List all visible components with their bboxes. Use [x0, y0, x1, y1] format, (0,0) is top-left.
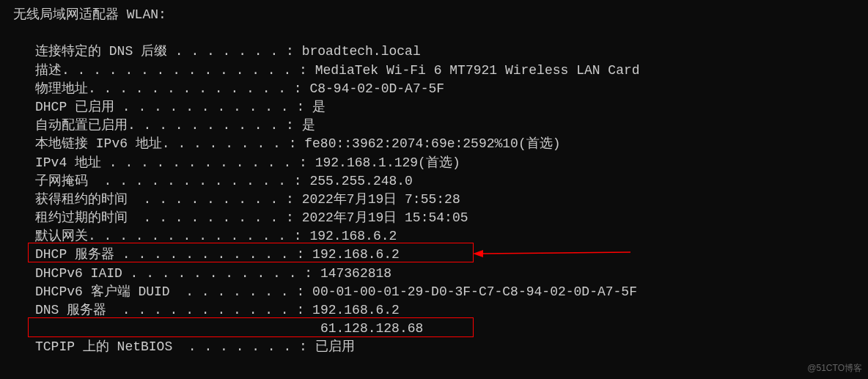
- label: 默认网关. . . . . . . . . . . . . :: [35, 229, 302, 243]
- blank-line: [0, 24, 868, 43]
- label: 子网掩码 . . . . . . . . . . . . :: [35, 174, 302, 188]
- row-default-gateway: 默认网关. . . . . . . . . . . . . : 192.168.…: [0, 227, 868, 246]
- value: 147362818: [320, 266, 391, 281]
- row-netbios: TCPIP 上的 NetBIOS . . . . . . . : 已启用: [0, 338, 868, 356]
- value: 192.168.6.2: [312, 247, 400, 262]
- row-dhcpv6-iaid: DHCPv6 IAID . . . . . . . . . . . : 1473…: [0, 265, 868, 283]
- label: 物理地址. . . . . . . . . . . . . :: [35, 81, 302, 96]
- value: 是: [312, 100, 326, 114]
- label: 自动配置已启用. . . . . . . . . . :: [35, 118, 294, 133]
- value: 已启用: [315, 339, 355, 354]
- row-ipv6-local: 本地链接 IPv6 地址. . . . . . . . : fe80::3962…: [0, 135, 868, 153]
- row-lease-expires: 租约过期的时间 . . . . . . . . . : 2022年7月19日 1…: [0, 209, 868, 227]
- row-dhcpv6-duid: DHCPv6 客户端 DUID . . . . . . . : 00-01-00…: [0, 283, 868, 301]
- value: 61.128.128.68: [320, 321, 423, 336]
- watermark-text: @51CTO博客: [807, 363, 862, 373]
- adapter-header: 无线局域网适配器 WLAN:: [0, 6, 868, 24]
- value: 192.168.6.2: [312, 303, 400, 317]
- label: 获得租约的时间 . . . . . . . . . :: [35, 192, 294, 207]
- value: 192.168.1.129(首选): [315, 155, 460, 170]
- value: 2022年7月19日 7:55:28: [302, 192, 460, 207]
- label: DHCP 服务器 . . . . . . . . . . . :: [35, 247, 304, 262]
- value: 是: [302, 118, 315, 133]
- label: [35, 321, 312, 336]
- value: 192.168.6.2: [309, 229, 397, 243]
- row-dns-server: DNS 服务器 . . . . . . . . . . . : 192.168.…: [0, 301, 868, 320]
- label: DHCPv6 IAID . . . . . . . . . . . :: [35, 266, 312, 281]
- label: 连接特定的 DNS 后缀 . . . . . . . :: [35, 44, 294, 59]
- label: 租约过期的时间 . . . . . . . . . :: [35, 210, 294, 225]
- value: fe80::3962:2074:69e:2592%10(首选): [304, 136, 560, 151]
- row-subnet: 子网掩码 . . . . . . . . . . . . : 255.255.2…: [0, 172, 868, 191]
- row-description: 描述. . . . . . . . . . . . . . . : MediaT…: [0, 62, 868, 80]
- value: MediaTek Wi-Fi 6 MT7921 Wireless LAN Car…: [315, 63, 640, 78]
- row-autoconfig: 自动配置已启用. . . . . . . . . . : 是: [0, 117, 868, 135]
- label: TCPIP 上的 NetBIOS . . . . . . . :: [35, 339, 307, 354]
- label: DHCP 已启用 . . . . . . . . . . . :: [35, 100, 304, 114]
- row-dns-suffix: 连接特定的 DNS 后缀 . . . . . . . : broadtech.l…: [0, 43, 868, 61]
- label: DHCPv6 客户端 DUID . . . . . . . :: [35, 284, 304, 299]
- adapter-header-text: 无线局域网适配器 WLAN:: [13, 7, 166, 22]
- label: 本地链接 IPv6 地址. . . . . . . . :: [35, 136, 296, 151]
- value: 2022年7月19日 15:54:05: [302, 210, 468, 225]
- label: IPv4 地址 . . . . . . . . . . . . :: [35, 155, 307, 170]
- value: C8-94-02-0D-A7-5F: [309, 81, 444, 96]
- value: 00-01-00-01-29-D0-3F-C7-C8-94-02-0D-A7-5…: [312, 284, 637, 299]
- row-dhcp-server: DHCP 服务器 . . . . . . . . . . . : 192.168…: [0, 246, 868, 264]
- label: 描述. . . . . . . . . . . . . . . :: [35, 63, 307, 78]
- value: 255.255.248.0: [309, 174, 412, 188]
- label: DNS 服务器 . . . . . . . . . . . :: [35, 303, 304, 317]
- row-dhcp-enabled: DHCP 已启用 . . . . . . . . . . . : 是: [0, 98, 868, 117]
- row-physical-address: 物理地址. . . . . . . . . . . . . : C8-94-02…: [0, 80, 868, 98]
- row-ipv4: IPv4 地址 . . . . . . . . . . . . : 192.16…: [0, 154, 868, 172]
- value: broadtech.local: [302, 44, 421, 59]
- watermark: @51CTO博客: [807, 362, 862, 375]
- row-dns-server-2: 61.128.128.68: [0, 320, 868, 338]
- row-lease-obtained: 获得租约的时间 . . . . . . . . . : 2022年7月19日 7…: [0, 191, 868, 209]
